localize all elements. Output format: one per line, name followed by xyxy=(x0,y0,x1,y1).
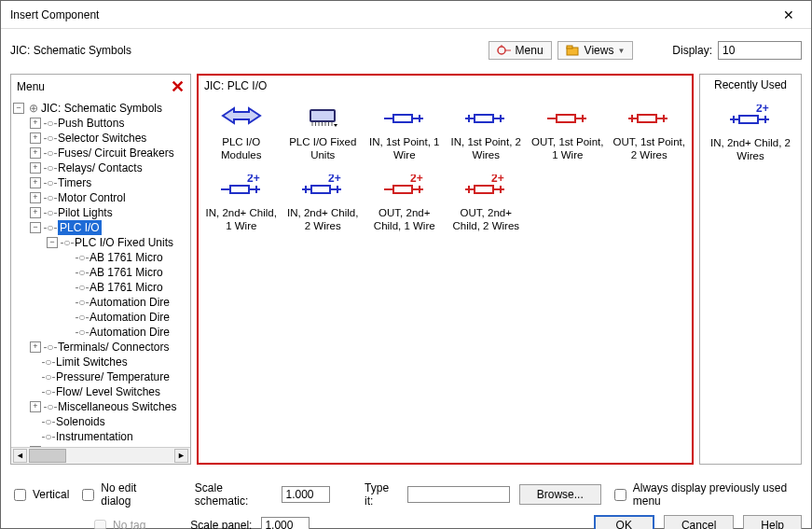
node-icon: -○- xyxy=(60,235,75,250)
ok-button[interactable]: OK xyxy=(594,515,654,529)
expand-icon[interactable]: + xyxy=(30,132,41,144)
tree-item[interactable]: Fuses/ Circuit Breakers xyxy=(58,146,174,160)
symbol-label: PLC I/O Modules xyxy=(204,135,279,161)
type-it-input[interactable] xyxy=(407,486,510,503)
tree-item[interactable]: Selector Switches xyxy=(58,131,146,146)
menu-panel: Menu ✕ −⊕JIC: Schematic Symbols +-○-Push… xyxy=(10,74,191,465)
recent-item[interactable]: 2+ IN, 2nd+ Child, 2 Wires xyxy=(704,103,797,162)
tree-item[interactable]: Motor Control xyxy=(58,190,126,205)
node-icon: -○- xyxy=(75,325,89,340)
cancel-button[interactable]: Cancel xyxy=(664,515,734,529)
node-icon: -○- xyxy=(41,414,56,429)
expand-icon[interactable]: + xyxy=(30,207,41,218)
tree-item[interactable]: AB 1761 Micro xyxy=(89,280,163,295)
always-display-checkbox[interactable]: Always display previously used menu xyxy=(611,481,802,508)
symbol-in-2-2[interactable]: 2+IN, 2nd+ Child, 2 Wires xyxy=(284,169,363,236)
expand-icon[interactable]: + xyxy=(30,147,41,159)
symbol-out-1-1[interactable]: OUT, 1st Point, 1 Wire xyxy=(529,98,607,165)
symbol-in-1-2[interactable]: IN, 1st Point, 2 Wires xyxy=(447,98,526,165)
double-arrow-blue-icon xyxy=(219,102,264,130)
symbol-label: PLC I/O Fixed Units xyxy=(286,135,361,161)
tree-item[interactable]: Miscellaneous Switches xyxy=(58,399,176,414)
expand-icon[interactable]: + xyxy=(30,401,41,412)
box-blue-2plus-2-icon: 2+ xyxy=(300,173,345,201)
browse-button[interactable]: Browse... xyxy=(519,484,601,505)
node-icon: -○- xyxy=(43,205,58,220)
recent-panel: Recently Used 2+ IN, 2nd+ Child, 2 Wires xyxy=(699,74,802,465)
symbol-label: IN, 1st Point, 2 Wires xyxy=(449,135,524,161)
scale-panel-input[interactable] xyxy=(261,517,310,529)
svg-rect-26 xyxy=(557,115,575,122)
menu-tree[interactable]: −⊕JIC: Schematic Symbols +-○-Push Button… xyxy=(11,99,190,447)
recent-title: Recently Used xyxy=(704,78,797,91)
svg-text:2+: 2+ xyxy=(491,174,504,185)
box-blue-icon xyxy=(382,102,427,130)
tree-item[interactable]: AB 1761 Micro xyxy=(89,250,163,265)
menu-button[interactable]: Menu xyxy=(489,41,552,60)
expand-icon[interactable]: + xyxy=(30,118,41,129)
symbol-out-2-1[interactable]: 2+OUT, 2nd+ Child, 1 Wire xyxy=(365,169,444,236)
dialog-window: Insert Component ✕ JIC: Schematic Symbol… xyxy=(0,0,812,529)
scroll-right-icon[interactable]: ► xyxy=(174,449,188,463)
menu-close-icon[interactable]: ✕ xyxy=(171,77,185,97)
vertical-checkbox[interactable]: Vertical xyxy=(10,486,69,504)
scroll-left-icon[interactable]: ◄ xyxy=(13,449,27,463)
tree-item[interactable]: Solenoids xyxy=(56,414,105,429)
tree-item[interactable]: PLC I/O Fixed Units xyxy=(75,235,173,250)
tree-item[interactable]: Automation Dire xyxy=(89,325,170,340)
tree-item[interactable]: Limit Switches xyxy=(56,355,128,369)
expand-icon[interactable]: + xyxy=(30,192,41,203)
expand-icon[interactable]: + xyxy=(30,162,41,174)
dialog-body: Menu ✕ −⊕JIC: Schematic Symbols +-○-Push… xyxy=(1,64,811,474)
symbol-out-1-2[interactable]: OUT, 1st Point, 2 Wires xyxy=(611,98,689,165)
tree-item[interactable]: Push Buttons xyxy=(58,116,124,131)
tree-item[interactable]: Pressure/ Temperature xyxy=(56,369,170,384)
collapse-icon[interactable]: − xyxy=(13,103,24,114)
svg-marker-5 xyxy=(223,108,260,123)
node-icon: -○- xyxy=(41,355,56,369)
node-icon: -○- xyxy=(75,265,89,280)
window-close-button[interactable]: ✕ xyxy=(776,6,802,24)
expand-icon[interactable]: + xyxy=(30,177,41,188)
svg-marker-15 xyxy=(334,124,337,127)
tree-root-label[interactable]: JIC: Schematic Symbols xyxy=(41,101,162,116)
symbol-plc-modules[interactable]: PLC I/O Modules xyxy=(202,98,281,165)
tree-item[interactable]: Instrumentation xyxy=(56,429,133,444)
tree-item[interactable]: Automation Dire xyxy=(89,295,170,310)
views-button[interactable]: Views ▼ xyxy=(557,41,634,60)
tree-item[interactable]: Flow/ Level Switches xyxy=(56,384,160,399)
symbol-in-1-1[interactable]: IN, 1st Point, 1 Wire xyxy=(365,98,444,165)
display-input[interactable] xyxy=(718,41,802,60)
help-button[interactable]: Help xyxy=(743,515,802,529)
footer: Vertical No edit dialog Scale schematic:… xyxy=(1,474,811,528)
tree-item[interactable]: Automation Dire xyxy=(89,310,170,325)
scale-schematic-input[interactable] xyxy=(282,486,330,503)
tree-item[interactable]: AB 1761 Micro xyxy=(89,265,163,280)
svg-text:2+: 2+ xyxy=(410,174,423,185)
scroll-thumb[interactable] xyxy=(29,449,66,463)
symbol-label: IN, 1st Point, 1 Wire xyxy=(367,135,442,161)
node-icon: -○- xyxy=(41,369,56,384)
chevron-down-icon: ▼ xyxy=(617,47,625,55)
symbol-out-2-2[interactable]: 2+OUT, 2nd+ Child, 2 Wires xyxy=(447,169,526,236)
svg-point-0 xyxy=(498,47,505,54)
svg-rect-4 xyxy=(567,46,572,49)
symbol-in-2-1[interactable]: 2+IN, 2nd+ Child, 1 Wire xyxy=(202,169,281,236)
tree-item-selected[interactable]: PLC I/O xyxy=(58,220,102,235)
collapse-icon[interactable]: − xyxy=(47,237,58,248)
node-icon: -○- xyxy=(75,310,89,325)
node-icon: -○- xyxy=(43,160,58,175)
tree-item[interactable]: Timers xyxy=(58,175,91,190)
symbol-plc-fixed[interactable]: PLC I/O Fixed Units xyxy=(284,98,363,165)
tree-hscrollbar[interactable]: ◄ ► xyxy=(11,447,190,464)
tree-item[interactable]: Terminals/ Connectors xyxy=(58,340,169,355)
no-edit-checkbox[interactable]: No edit dialog xyxy=(78,481,162,508)
chip-blue-icon xyxy=(300,102,345,130)
box-red-2plus-2-icon: 2+ xyxy=(463,173,508,201)
menu-button-label: Menu xyxy=(516,44,544,57)
tree-item[interactable]: Pilot Lights xyxy=(58,205,113,220)
expand-icon[interactable]: + xyxy=(30,341,41,353)
folder-icon xyxy=(566,45,581,56)
collapse-icon[interactable]: − xyxy=(30,222,41,233)
tree-item[interactable]: Relays/ Contacts xyxy=(58,160,143,175)
